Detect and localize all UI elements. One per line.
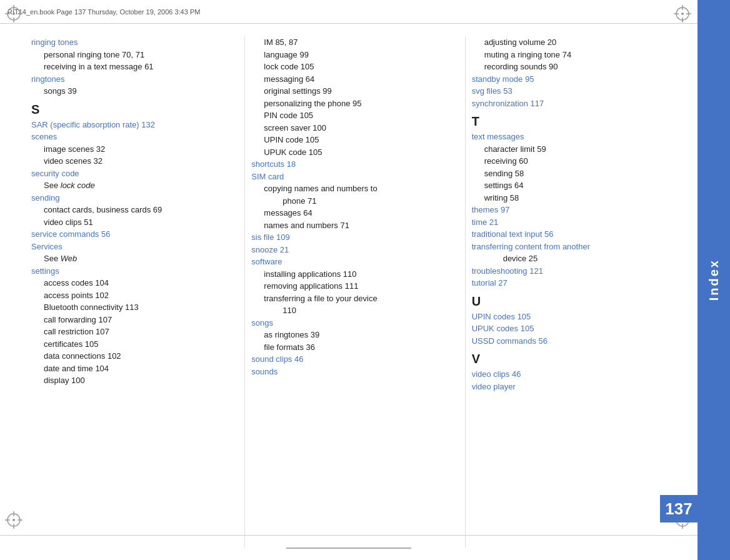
index-sub-entry: names and numbers 71 (251, 219, 446, 232)
index-main-entry[interactable]: sound clips 46 (251, 353, 446, 366)
index-sub-entry: lock code 105 (251, 61, 446, 73)
index-sub-entry: receiving 60 (472, 155, 666, 168)
index-sub-entry: songs 39 (31, 85, 226, 98)
index-main-entry[interactable]: security code (31, 168, 226, 180)
index-sub-entry: video clips 51 (31, 216, 226, 229)
index-sub-entry: sending 58 (472, 168, 666, 180)
index-sub-entry: display 100 (31, 374, 226, 387)
index-sub-entry: data connections 102 (31, 350, 226, 362)
section-letter: U (472, 293, 666, 309)
right-sidebar: Index (698, 0, 730, 560)
index-sub-entry-italic: See Web (31, 252, 226, 265)
index-main-entry[interactable]: Services (31, 241, 226, 253)
index-sub-entry: screen saver 100 (251, 122, 446, 134)
index-sub-entry: settings 64 (472, 179, 666, 192)
index-sub-entry: receiving in a text message 61 (31, 61, 226, 73)
footer-bar (0, 535, 698, 560)
column-2: IM 85, 87language 99lock code 105messagi… (251, 36, 458, 548)
index-sub-entry: writing 58 (472, 192, 666, 204)
section-letter: V (472, 351, 666, 367)
index-main-entry[interactable]: songs (251, 317, 446, 329)
index-main-entry[interactable]: UPUK codes 105 (472, 322, 666, 335)
index-main-entry[interactable]: synchronization 117 (472, 98, 666, 110)
index-sub-entry: date and time 104 (31, 362, 226, 375)
index-sub-entry: recording sounds 90 (472, 61, 666, 73)
section-letter: T (472, 113, 666, 129)
index-sub-entry: access points 102 (31, 289, 226, 302)
index-sub-entry: contact cards, business cards 69 (31, 204, 226, 216)
index-sub-entry: personalizing the phone 95 (251, 98, 446, 110)
index-main-entry[interactable]: scenes (31, 131, 226, 143)
index-sub-entry: access codes 104 (31, 277, 226, 289)
columns: ringing tonespersonal ringing tone 70, 7… (0, 24, 698, 560)
index-main-entry[interactable]: settings (31, 265, 226, 278)
index-sub-entry: copying names and numbers to (251, 182, 446, 195)
index-sub-entry: file formats 36 (251, 341, 446, 354)
index-sub-entry: image scenes 32 (31, 143, 226, 156)
index-main-entry[interactable]: text messages (472, 131, 666, 143)
index-main-entry[interactable]: svg files 53 (472, 85, 666, 98)
index-main-entry[interactable]: service commands 56 (31, 228, 226, 241)
index-label: Index (707, 259, 721, 301)
index-main-entry[interactable]: sending (31, 192, 226, 204)
index-sub-entry: Bluetooth connectivity 113 (31, 301, 226, 314)
col-divider-1 (244, 36, 245, 548)
index-sub-entry-2: device 25 (472, 252, 666, 265)
index-main-entry[interactable]: video clips 46 (472, 368, 666, 381)
crosshair-top-right (672, 4, 692, 24)
index-main-entry[interactable]: time 21 (472, 216, 666, 229)
svg-point-11 (681, 12, 684, 15)
header-bar: RIT14_en.book Page 137 Thursday, October… (0, 0, 730, 24)
index-main-entry[interactable]: SIM card (251, 171, 446, 183)
index-sub-entry: language 99 (251, 49, 446, 61)
index-sub-entry-2: phone 71 (251, 195, 446, 208)
index-main-entry[interactable]: software (251, 256, 446, 268)
crosshair-top-left (4, 4, 24, 24)
index-main-entry[interactable]: ringing tones (31, 36, 226, 49)
index-sub-entry: UPIN code 105 (251, 134, 446, 146)
index-sub-entry: transferring a file to your device (251, 292, 446, 305)
index-sub-entry: removing applications 111 (251, 280, 446, 292)
index-sub-entry: call forwarding 107 (31, 314, 226, 326)
index-sub-entry: messaging 64 (251, 73, 446, 86)
index-main-entry[interactable]: themes 97 (472, 204, 666, 216)
index-sub-entry: video scenes 32 (31, 155, 226, 168)
svg-point-5 (12, 12, 15, 15)
footer-line (286, 548, 411, 549)
index-sub-entry: certificates 105 (31, 338, 226, 351)
header-text: RIT14_en.book Page 137 Thursday, October… (8, 8, 200, 16)
index-sub-entry: IM 85, 87 (251, 36, 446, 49)
index-sub-entry-2: 110 (251, 304, 446, 317)
index-sub-entry: adjusting volume 20 (472, 36, 666, 49)
index-main-entry[interactable]: traditional text input 56 (472, 228, 666, 241)
content-area: ringing tonespersonal ringing tone 70, 7… (0, 24, 698, 560)
index-sub-entry: PIN code 105 (251, 109, 446, 122)
column-1: ringing tonespersonal ringing tone 70, 7… (31, 36, 238, 548)
index-main-entry[interactable]: sounds (251, 366, 446, 378)
index-sub-entry: personal ringing tone 70, 71 (31, 49, 226, 61)
index-sub-entry: UPUK code 105 (251, 146, 446, 159)
index-main-entry[interactable]: USSD commands 56 (472, 335, 666, 348)
index-main-entry[interactable]: UPIN codes 105 (472, 311, 666, 323)
index-sub-entry: installing applications 110 (251, 268, 446, 281)
index-sub-entry: messages 64 (251, 207, 446, 219)
section-letter: S (31, 101, 226, 118)
index-main-entry[interactable]: standby mode 95 (472, 73, 666, 86)
index-sub-entry: call restriction 107 (31, 326, 226, 338)
column-3: adjusting volume 20muting a ringing tone… (472, 36, 679, 548)
index-main-entry[interactable]: transferring content from another (472, 241, 666, 253)
index-main-entry[interactable]: shortcuts 18 (251, 158, 446, 171)
col-divider-2 (465, 36, 466, 548)
index-main-entry[interactable]: troubleshooting 121 (472, 265, 666, 278)
index-sub-entry: character limit 59 (472, 143, 666, 156)
index-main-entry[interactable]: tutorial 27 (472, 277, 666, 289)
index-sub-entry: original settings 99 (251, 85, 446, 98)
index-sub-entry: as ringtones 39 (251, 329, 446, 341)
index-sub-entry: muting a ringing tone 74 (472, 49, 666, 61)
index-sub-entry-italic: See lock code (31, 179, 226, 192)
index-main-entry[interactable]: snooze 21 (251, 244, 446, 256)
index-main-entry[interactable]: SAR (specific absorption rate) 132 (31, 119, 226, 131)
index-main-entry[interactable]: sis file 109 (251, 231, 446, 244)
index-main-entry[interactable]: ringtones (31, 73, 226, 86)
index-main-entry[interactable]: video player (472, 381, 666, 393)
